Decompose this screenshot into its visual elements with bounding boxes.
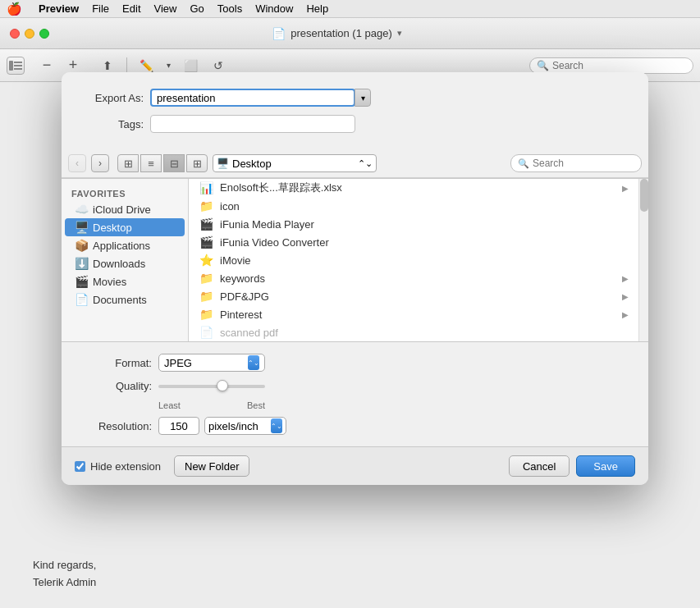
browser-toolbar: ‹ › ⊞ ≡ ⊟ ⊞ 🖥️ Desktop ⌃ ⌄ 🔍: [62, 149, 648, 178]
toolbar-search[interactable]: 🔍: [529, 57, 693, 74]
file-search-input[interactable]: [533, 158, 634, 169]
save-button[interactable]: Save: [576, 455, 635, 477]
format-label: Format:: [78, 357, 152, 369]
view-mode-buttons: ⊞ ≡ ⊟ ⊞: [117, 154, 208, 172]
file-item[interactable]: 📄 scanned pdf: [189, 323, 638, 341]
resolution-input[interactable]: [158, 417, 199, 435]
document-title: presentation (1 page): [291, 27, 392, 39]
svg-rect-2: [14, 65, 22, 66]
file-item[interactable]: 📁 icon: [189, 197, 638, 215]
sidebar-item-documents[interactable]: 📄 Documents: [65, 290, 185, 309]
file-name: Enolsoft长...草跟踪表.xlsx: [220, 181, 615, 195]
email-regards: Kind regards,: [33, 557, 667, 574]
format-dropdown[interactable]: JPEG ⌃ ⌄: [158, 354, 265, 372]
toolbar-search-input[interactable]: [552, 60, 686, 71]
new-folder-button[interactable]: New Folder: [174, 455, 249, 477]
desktop-icon: 🖥️: [75, 221, 88, 234]
quality-row: Quality:: [78, 380, 632, 392]
close-button[interactable]: [10, 29, 20, 39]
browser-section: ‹ › ⊞ ≡ ⊟ ⊞ 🖥️ Desktop ⌃ ⌄ 🔍 Fa: [62, 149, 648, 342]
downloads-icon: ⬇️: [75, 257, 88, 270]
hide-extension-label: Hide extension: [90, 460, 161, 473]
export-as-input[interactable]: [150, 89, 355, 107]
toolbar-search-icon: 🔍: [537, 60, 549, 71]
email-content: Kind regards, Telerik Admin: [0, 541, 700, 608]
title-chevron[interactable]: ▾: [397, 28, 402, 39]
file-icon: 📊: [199, 181, 213, 194]
sidebar-item-applications[interactable]: 📦 Applications: [65, 236, 185, 254]
column-view-button[interactable]: ⊟: [163, 154, 185, 172]
quality-label: Quality:: [78, 380, 152, 392]
file-item[interactable]: 📊 Enolsoft长...草跟踪表.xlsx ▶: [189, 179, 638, 197]
titlebar: 📄 presentation (1 page) ▾: [0, 18, 700, 49]
file-list: 📊 Enolsoft长...草跟踪表.xlsx ▶ 📁 icon 🎬 iFuni…: [189, 179, 638, 341]
sidebar-documents-label: Documents: [93, 294, 147, 306]
folder-icon: 📁: [199, 272, 213, 285]
quality-slider-container: [158, 385, 265, 388]
icloud-icon: ☁️: [75, 203, 88, 216]
sidebar-item-movies[interactable]: 🎬 Movies: [65, 272, 185, 290]
format-value: JPEG: [164, 357, 245, 369]
file-search-box[interactable]: 🔍: [510, 154, 642, 172]
zoom-out-button[interactable]: −: [34, 56, 59, 75]
sidebar-toggle-button[interactable]: [7, 57, 25, 75]
quality-best-label: Best: [247, 400, 265, 410]
sidebar-item-desktop[interactable]: 🖥️ Desktop: [65, 218, 185, 236]
export-as-label: Export As:: [78, 92, 144, 104]
sidebar: Favorites ☁️ iCloud Drive 🖥️ Desktop 📦 A…: [62, 179, 189, 341]
quality-least-label: Least: [158, 400, 181, 410]
dialog-header: Export As: ▾ Tags:: [62, 72, 648, 149]
format-row: Format: JPEG ⌃ ⌄: [78, 354, 632, 372]
tags-label: Tags:: [78, 118, 144, 130]
gallery-view-button[interactable]: ⊞: [186, 154, 208, 172]
location-expand-button[interactable]: ▾: [355, 89, 371, 107]
back-button[interactable]: ‹: [68, 154, 86, 172]
location-dropdown[interactable]: 🖥️ Desktop ⌃ ⌄: [213, 154, 377, 172]
minimize-button[interactable]: [25, 29, 34, 39]
file-browser: Favorites ☁️ iCloud Drive 🖥️ Desktop 📦 A…: [62, 178, 648, 342]
subfolder-arrow: ▶: [622, 310, 629, 319]
forward-button[interactable]: ›: [91, 154, 109, 172]
apple-menu[interactable]: 🍎: [7, 2, 22, 16]
file-item[interactable]: 📁 keywords ▶: [189, 269, 638, 287]
cancel-button[interactable]: Cancel: [509, 455, 570, 477]
sidebar-item-downloads[interactable]: ⬇️ Downloads: [65, 254, 185, 272]
menu-preview[interactable]: Preview: [39, 2, 79, 15]
folder-icon: 📁: [199, 308, 213, 321]
tags-row: Tags:: [78, 115, 632, 133]
file-item[interactable]: 🎬 iFunia Video Converter: [189, 233, 638, 251]
menu-edit[interactable]: Edit: [122, 2, 140, 15]
menu-tools[interactable]: Tools: [217, 2, 242, 15]
export-options: Format: JPEG ⌃ ⌄ Quality: Least Best: [62, 342, 648, 446]
quality-slider[interactable]: [158, 385, 265, 388]
quality-slider-thumb[interactable]: [217, 380, 228, 391]
list-view-button[interactable]: ≡: [140, 154, 162, 172]
sidebar-item-icloud[interactable]: ☁️ iCloud Drive: [65, 200, 185, 218]
subfolder-arrow: ▶: [622, 184, 629, 193]
quality-labels: Least Best: [158, 400, 265, 410]
scrollbar[interactable]: [638, 179, 648, 341]
file-item[interactable]: 📁 PDF&JPG ▶: [189, 287, 638, 305]
tags-input[interactable]: [150, 115, 355, 133]
dialog-footer: Hide extension New Folder Cancel Save: [62, 446, 648, 485]
icon-view-button[interactable]: ⊞: [117, 154, 139, 172]
sidebar-icloud-label: iCloud Drive: [93, 203, 151, 216]
menu-view[interactable]: View: [154, 2, 177, 15]
menu-go[interactable]: Go: [190, 2, 204, 15]
file-item[interactable]: 🎬 iFunia Media Player: [189, 215, 638, 233]
file-item[interactable]: ⭐ iMovie: [189, 251, 638, 269]
maximize-button[interactable]: [39, 29, 49, 39]
sidebar-desktop-label: Desktop: [93, 222, 132, 234]
menu-help[interactable]: Help: [306, 2, 328, 15]
file-item[interactable]: 📁 Pinterest ▶: [189, 305, 638, 323]
format-arrow-icon: ⌃ ⌄: [248, 355, 259, 370]
file-name: iMovie: [220, 254, 629, 267]
file-name: icon: [220, 200, 629, 213]
menu-window[interactable]: Window: [255, 2, 293, 15]
menu-file[interactable]: File: [92, 2, 109, 15]
resolution-label: Resolution:: [78, 420, 152, 432]
resolution-unit-dropdown[interactable]: pixels/inch ⌃ ⌄: [204, 417, 286, 435]
subfolder-arrow: ▶: [622, 274, 629, 283]
sidebar-applications-label: Applications: [93, 240, 150, 252]
hide-extension-checkbox[interactable]: [75, 461, 85, 472]
